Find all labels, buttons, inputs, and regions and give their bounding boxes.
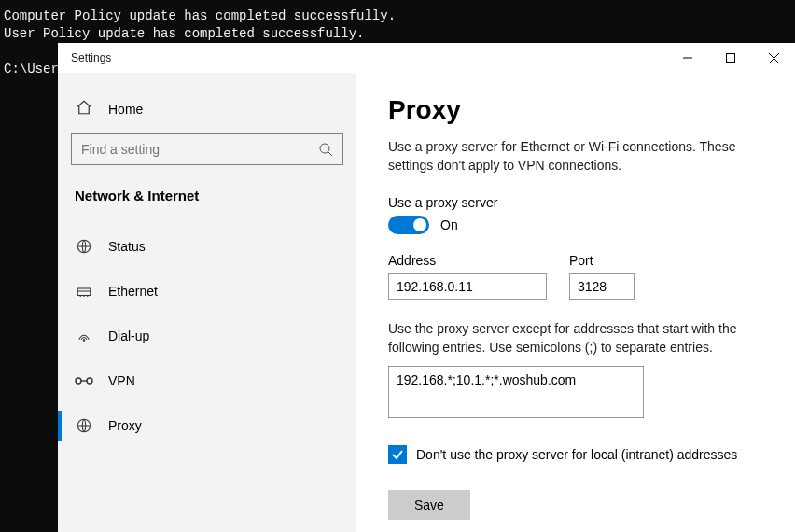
sidebar: Home Network & Internet Status xyxy=(58,73,356,532)
svg-rect-1 xyxy=(727,54,735,63)
close-icon xyxy=(769,53,779,63)
address-label: Address xyxy=(388,253,547,268)
maximize-button[interactable] xyxy=(709,43,752,73)
terminal-line: User Policy update has completed success… xyxy=(4,26,364,41)
sidebar-item-label: Ethernet xyxy=(108,284,158,299)
port-label: Port xyxy=(569,253,635,268)
window-buttons xyxy=(666,43,795,73)
port-input[interactable] xyxy=(569,273,635,300)
save-button[interactable]: Save xyxy=(388,490,470,520)
dialup-icon xyxy=(75,328,93,344)
minimize-button[interactable] xyxy=(666,43,709,73)
toggle-state-label: On xyxy=(440,217,458,232)
window-title: Settings xyxy=(58,51,111,64)
minimize-icon xyxy=(683,53,692,63)
sidebar-item-proxy[interactable]: Proxy xyxy=(58,403,356,448)
home-label: Home xyxy=(108,102,143,117)
sidebar-item-label: VPN xyxy=(108,373,135,388)
svg-point-8 xyxy=(83,340,85,342)
sidebar-item-vpn[interactable]: VPN xyxy=(58,358,356,403)
sidebar-item-label: Status xyxy=(108,239,146,254)
sidebar-item-label: Proxy xyxy=(108,418,142,433)
home-icon xyxy=(75,99,93,119)
sidebar-item-ethernet[interactable]: Ethernet xyxy=(58,269,356,314)
search-icon xyxy=(318,142,333,157)
use-proxy-toggle[interactable] xyxy=(388,216,429,234)
close-button[interactable] xyxy=(752,43,795,73)
titlebar: Settings xyxy=(58,43,795,73)
exceptions-input[interactable] xyxy=(388,366,644,418)
svg-line-5 xyxy=(328,152,332,156)
vpn-icon xyxy=(75,374,93,387)
maximize-icon xyxy=(726,53,735,63)
globe-icon xyxy=(75,238,93,255)
use-proxy-label: Use a proxy server xyxy=(388,195,773,210)
settings-window: Settings Home xyxy=(58,43,795,532)
address-input[interactable] xyxy=(388,273,547,300)
category-header: Network & Internet xyxy=(58,165,356,215)
sidebar-item-dialup[interactable]: Dial-up xyxy=(58,314,356,358)
sidebar-item-status[interactable]: Status xyxy=(58,224,356,269)
local-bypass-label: Don't use the proxy server for local (in… xyxy=(416,447,737,462)
proxy-icon xyxy=(75,417,93,434)
svg-point-9 xyxy=(76,378,81,384)
terminal-line: Computer Policy update has completed suc… xyxy=(4,8,396,23)
check-icon xyxy=(391,448,404,461)
search-input[interactable] xyxy=(81,142,318,157)
exceptions-description: Use the proxy server except for addresse… xyxy=(388,320,773,357)
local-bypass-checkbox[interactable] xyxy=(388,445,407,464)
search-input-wrap[interactable] xyxy=(71,133,343,165)
content-pane: Proxy Use a proxy server for Ethernet or… xyxy=(356,73,795,532)
home-button[interactable]: Home xyxy=(58,91,356,133)
ethernet-icon xyxy=(75,283,93,300)
svg-rect-7 xyxy=(77,288,91,296)
page-title: Proxy xyxy=(388,95,773,125)
page-description: Use a proxy server for Ethernet or Wi-Fi… xyxy=(388,138,773,175)
svg-point-10 xyxy=(87,378,92,384)
sidebar-item-label: Dial-up xyxy=(108,329,149,343)
svg-point-4 xyxy=(320,144,329,153)
